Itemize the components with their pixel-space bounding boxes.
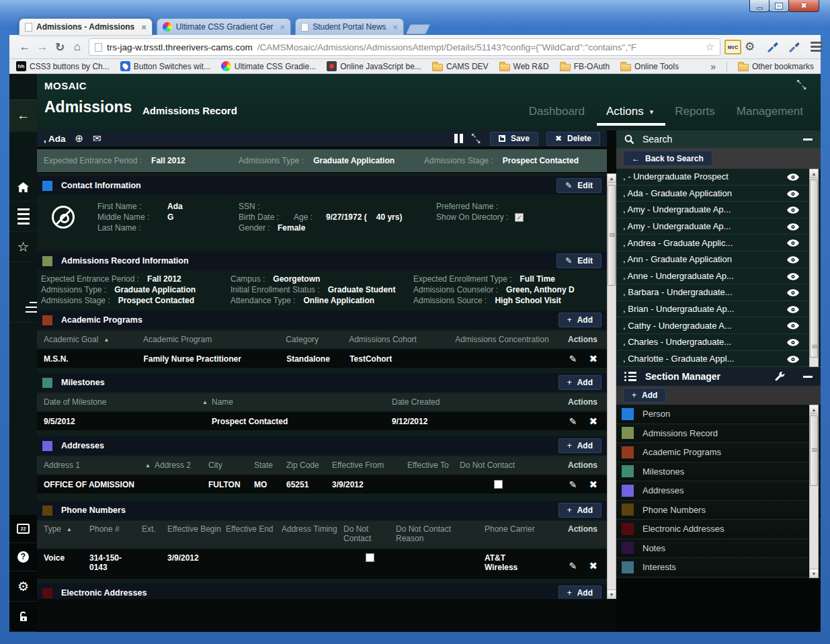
search-result-item[interactable]: , Andrea - Graduate Applic...: [616, 235, 821, 251]
delete-row-icon[interactable]: ✖: [589, 479, 597, 491]
sidebar-item-calendar[interactable]: 22: [9, 515, 37, 543]
browser-menu-icon[interactable]: [811, 42, 823, 54]
nav-reports[interactable]: Reports: [675, 105, 715, 118]
column-header[interactable]: Date of Milestone▲: [44, 397, 212, 407]
close-button[interactable]: ✖: [788, 0, 819, 12]
sidebar-item-help[interactable]: ?: [9, 543, 37, 571]
sidebar-item-lock[interactable]: [9, 602, 37, 632]
sidebar-item-settings[interactable]: ⚙: [9, 571, 37, 602]
column-header[interactable]: Effective Begin: [167, 524, 226, 534]
back-icon[interactable]: ←: [16, 40, 34, 54]
section-manager-item-phone-numbers[interactable]: Phone Numbers: [616, 501, 821, 520]
bookmark-css3-buttons[interactable]: hhCSS3 buttons by Ch...: [16, 61, 110, 71]
table-row[interactable]: 9/5/2012 Prospect Contacted 9/12/2012 ✎✖: [37, 412, 607, 430]
sidebar-back-button[interactable]: ←: [9, 99, 37, 132]
column-header[interactable]: Admissions Cohort: [349, 335, 455, 344]
collapse-icon[interactable]: [803, 376, 813, 378]
edit-row-icon[interactable]: ✎: [569, 354, 577, 364]
search-result-item[interactable]: , - Undergraduate Prospect: [616, 169, 821, 186]
scroll-up-icon[interactable]: ▲: [810, 405, 818, 414]
milestones-add-button[interactable]: +Add: [558, 375, 601, 390]
eye-icon[interactable]: [787, 273, 799, 280]
phone-numbers-add-button[interactable]: +Add: [558, 503, 601, 518]
bookmark-fb-oauth[interactable]: FB-OAuth: [560, 62, 610, 71]
maximize-button[interactable]: [769, 0, 789, 12]
fullscreen-toggle-icon[interactable]: ↖↘: [796, 79, 808, 91]
home-icon[interactable]: ⌂: [69, 40, 86, 54]
tab-gradient-generator[interactable]: Ultimate CSS Gradient Ger ×: [157, 18, 291, 35]
section-manager-item-academic-programs[interactable]: Academic Programs: [616, 443, 821, 462]
back-to-search-button[interactable]: ← Back to Search: [623, 151, 712, 166]
delete-row-icon[interactable]: ✖: [589, 560, 597, 572]
section-manager-item-notes[interactable]: Notes: [616, 539, 821, 559]
column-header[interactable]: Zip Code: [286, 460, 332, 470]
bookmark-web-rd[interactable]: Web R&D: [499, 62, 549, 71]
delete-row-icon[interactable]: ✖: [589, 415, 597, 428]
reload-icon[interactable]: ↻: [51, 40, 69, 54]
search-result-item[interactable]: , Amy - Undergraduate Ap...: [616, 218, 821, 235]
sidebar-item-menu[interactable]: [9, 202, 37, 232]
column-header[interactable]: Phone #: [89, 524, 142, 534]
search-result-item[interactable]: , Charles - Undergraduate...: [616, 334, 821, 351]
tab-close-icon[interactable]: ×: [141, 22, 147, 32]
new-tab-button[interactable]: [406, 24, 431, 34]
target-icon[interactable]: ⊕: [75, 132, 84, 145]
collapse-icon[interactable]: [803, 138, 813, 140]
eye-icon[interactable]: [787, 306, 799, 313]
column-header[interactable]: Effective End: [226, 524, 282, 534]
scroll-up-icon[interactable]: ▲: [810, 169, 818, 178]
tab-close-icon[interactable]: ×: [393, 22, 399, 32]
eye-icon[interactable]: [787, 339, 799, 346]
column-header[interactable]: Do Not Contact Reason: [396, 524, 485, 543]
bookmark-online-tools[interactable]: Online Tools: [620, 62, 679, 71]
addresses-add-button[interactable]: +Add: [558, 438, 601, 453]
wrench-icon[interactable]: [775, 372, 785, 382]
delete-row-icon[interactable]: ✖: [589, 353, 597, 365]
delete-button[interactable]: ✖Delete: [546, 132, 600, 146]
tab-admissions[interactable]: Admissions - Admissions ×: [19, 18, 153, 35]
table-row[interactable]: Voice 314-150-0143 3/9/2012 ✓ AT&T Wirel…: [37, 549, 607, 579]
search-result-item[interactable]: , Cathy - Undergraduate A...: [616, 317, 821, 334]
bookmark-online-js[interactable]: Online JavaScript be...: [327, 61, 421, 71]
column-header[interactable]: Academic Program: [143, 335, 286, 344]
expand-icon[interactable]: ↖↘: [471, 133, 482, 144]
column-header[interactable]: Address 2: [155, 460, 208, 470]
edit-row-icon[interactable]: ✎: [569, 561, 577, 571]
section-manager-add-button[interactable]: + Add: [623, 388, 666, 403]
nav-dashboard[interactable]: Dashboard: [529, 105, 585, 118]
admissions-info-edit-button[interactable]: ✎Edit: [556, 253, 601, 268]
electronic-addresses-add-button[interactable]: +Add: [558, 586, 601, 599]
section-manager-item-interests[interactable]: Interests: [616, 558, 821, 577]
mvc-extension-icon[interactable]: MVC: [724, 40, 741, 54]
do-not-contact-checkbox[interactable]: ✓: [494, 480, 503, 489]
contact-edit-button[interactable]: ✎Edit: [556, 178, 601, 193]
eye-icon[interactable]: [787, 206, 799, 214]
forward-icon[interactable]: →: [34, 40, 51, 54]
do-not-contact-checkbox[interactable]: ✓: [366, 553, 374, 562]
eye-icon[interactable]: [787, 322, 799, 329]
eye-icon[interactable]: [787, 190, 799, 198]
eye-icon[interactable]: [787, 223, 799, 231]
scroll-up-icon[interactable]: ▲: [608, 174, 616, 183]
eye-icon[interactable]: [787, 289, 799, 296]
edit-row-icon[interactable]: ✎: [569, 416, 577, 427]
section-manager-scrollbar[interactable]: ▲ ▼: [809, 405, 819, 578]
bookmark-gradient[interactable]: Ultimate CSS Gradie...: [221, 61, 316, 71]
column-header[interactable]: Date Created: [392, 397, 526, 407]
eyedropper-icon[interactable]: [788, 40, 800, 52]
scroll-down-icon[interactable]: ▼: [608, 590, 616, 598]
edit-row-icon[interactable]: ✎: [569, 479, 577, 490]
section-manager-item-electronic-addresses[interactable]: Electronic Addresses: [616, 520, 821, 539]
sidebar-item-home[interactable]: [9, 173, 37, 202]
table-row[interactable]: M.S.N. Family Nurse Practitioner Standal…: [37, 350, 607, 368]
section-manager-item-person[interactable]: Person: [616, 405, 821, 424]
eye-icon[interactable]: [787, 173, 799, 181]
scroll-down-icon[interactable]: ▼: [810, 569, 818, 577]
columns-layout-icon[interactable]: [454, 134, 463, 143]
column-header[interactable]: Address 1▲: [44, 460, 155, 470]
search-result-item[interactable]: , Barbara - Undergraduate...: [616, 284, 821, 301]
main-scrollbar[interactable]: ▲ ▼: [607, 173, 616, 599]
bookmark-star-icon[interactable]: ☆: [706, 41, 714, 53]
table-row[interactable]: OFFICE OF ADMISSION FULTON MO 65251 3/9/…: [37, 475, 607, 493]
column-header[interactable]: Address Timing: [282, 524, 343, 534]
